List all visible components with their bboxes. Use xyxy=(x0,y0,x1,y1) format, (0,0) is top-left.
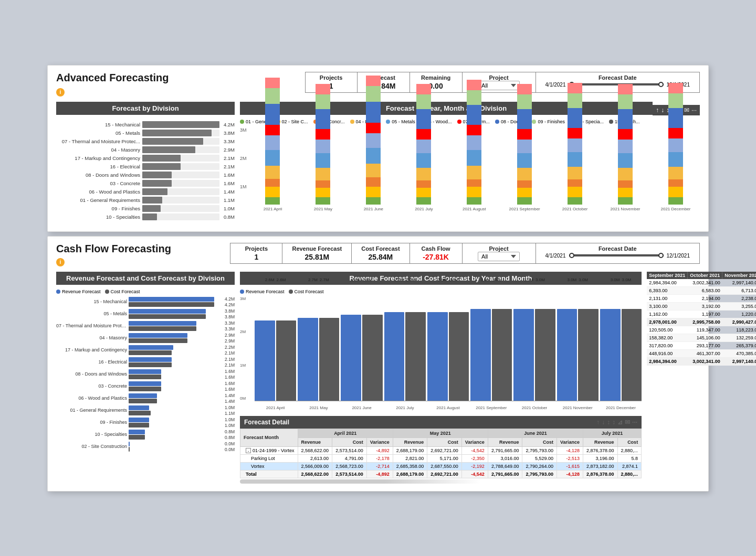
stacked-segment xyxy=(618,84,633,94)
cost-top-label: 2.6M xyxy=(277,277,286,282)
right-table-cell: 145,106.00 xyxy=(688,334,722,341)
bottom-slider-right[interactable] xyxy=(658,253,664,258)
dual-bar-label: 17 - Markup and Contingency xyxy=(56,347,127,352)
dual-bar-label: 09 - Finishes xyxy=(56,420,127,425)
dual-bar-panel: Revenue Forecast and Cost Forecast by Di… xyxy=(56,272,235,484)
dual-bars xyxy=(129,297,214,307)
dual-bar-values: 2.9M 2.9M xyxy=(216,333,235,344)
dual-bars xyxy=(129,357,214,367)
revenue-bar xyxy=(129,333,187,338)
bottom-project-select[interactable]: All xyxy=(478,252,520,261)
bottom-date-end: 12/1/2021 xyxy=(667,253,690,259)
rev-val: 2.9M xyxy=(216,333,235,338)
detail-cell: 2,795,793.00 xyxy=(522,470,557,478)
detail-filter-icon[interactable]: ⊿ xyxy=(617,419,623,426)
legend-label: 09 - Finishes xyxy=(538,119,565,124)
detail-cell: -4,542 xyxy=(461,470,488,478)
division-bar-row: 05 - Metals 3.8M xyxy=(56,130,235,136)
detail-more-icon[interactable]: ··· xyxy=(632,419,637,426)
kpi-projects-label: Projects xyxy=(315,74,348,81)
right-th: September 2021 xyxy=(647,272,688,279)
bottom-slider-left[interactable] xyxy=(569,253,574,258)
detail-sort-down-icon[interactable]: ↓ xyxy=(602,419,605,426)
bar-outer xyxy=(142,180,219,187)
detail-cell: 2,613.00 xyxy=(298,454,332,462)
stacked-segment xyxy=(517,168,532,180)
right-table-cell: 2,995,758.00 xyxy=(688,318,722,326)
cost-val: 3.3M xyxy=(216,326,235,332)
grouped-rev-bar xyxy=(255,320,275,401)
stacked-segment xyxy=(366,164,381,177)
detail-cell: 5,171.00 xyxy=(427,454,462,462)
stacked-segment xyxy=(668,128,683,138)
grouped-cost-bar xyxy=(319,318,340,401)
bar-fill xyxy=(142,155,181,162)
cost-top-label: 2.9M xyxy=(449,277,459,282)
dual-bar-values: 0.8M 0.8M xyxy=(216,429,235,440)
stacked-segment xyxy=(316,109,330,129)
grouped-x-label: 2021 September xyxy=(476,405,507,410)
detail-sort-icon[interactable]: ↕ xyxy=(607,419,610,426)
grouped-cost-bar xyxy=(449,312,469,401)
stacked-col-label: 2021 April xyxy=(264,207,282,211)
stacked-col-label: 2021 November xyxy=(611,207,640,211)
table-scroll-hint[interactable] xyxy=(240,479,481,484)
grouped-x-label: 2021 May xyxy=(309,405,328,410)
stacked-segment xyxy=(265,197,280,205)
detail-cell: 2,880,... xyxy=(617,470,642,478)
forecast-date-label: Forecast Date xyxy=(545,74,690,81)
stacked-segment xyxy=(416,140,431,153)
more-icon[interactable]: ··· xyxy=(691,106,697,114)
kpi-forecast: Forecast 25.84M xyxy=(358,72,410,93)
slider-thumb-right[interactable] xyxy=(658,82,664,87)
sort-up-icon[interactable]: ↑ xyxy=(656,106,659,114)
dual-bar-values: 1.0M 1.0M xyxy=(216,417,235,428)
bar-fill xyxy=(142,163,181,170)
y-axis-labels: 3M 2M 1M xyxy=(240,127,247,222)
bar-fill xyxy=(142,205,161,212)
detail-cell: 2,688,179.00 xyxy=(393,470,427,478)
cost-top-label: 3.0M xyxy=(536,277,545,282)
bottom-kpi-projects-value: 1 xyxy=(240,253,272,261)
stacked-segment xyxy=(568,93,582,108)
detail-export-icon[interactable]: ✉ xyxy=(625,419,630,426)
grouped-x-label: 2021 April xyxy=(266,405,285,410)
stacked-segment xyxy=(416,94,431,109)
dual-bar-label: 15 - Mechanical xyxy=(56,299,127,304)
detail-sub-june-rev: Revenue xyxy=(488,437,522,446)
date-range-slider[interactable] xyxy=(569,83,664,85)
detail-sub-april-var: Variance xyxy=(366,437,393,446)
stacked-segment xyxy=(517,129,532,140)
detail-table-scroll[interactable]: Forecast Month April 2021 May 2021 June … xyxy=(240,429,642,484)
legend-item: 09 - Finishes xyxy=(532,119,565,124)
detail-sort-up-icon[interactable]: ↑ xyxy=(596,419,600,426)
grouped-y-3m: 3M xyxy=(240,296,246,301)
detail-cell: 5,529.00 xyxy=(522,454,557,462)
rev-top-label: 2.7M xyxy=(308,277,318,282)
bar-value: 2.9M xyxy=(224,147,235,153)
bar-label: 09 - Finishes xyxy=(56,206,140,211)
stacked-col: 2021 April xyxy=(249,127,297,211)
stacked-segment xyxy=(366,102,381,123)
bar-fill xyxy=(142,197,162,204)
expand-icon[interactable]: - xyxy=(246,448,251,453)
y-label-3m: 3M xyxy=(240,127,247,133)
export-icon[interactable]: ✉ xyxy=(684,106,689,114)
cost-top-label: 2.7M xyxy=(320,277,329,282)
cost-bar xyxy=(129,302,214,307)
detail-cell: 2,876,378.00 xyxy=(583,446,618,454)
grouped-col: 3.0M 3.0M 2021 October xyxy=(513,296,555,401)
bar-outer xyxy=(142,163,219,170)
stacked-segment xyxy=(618,94,633,109)
right-table-cell: 3,100.00 xyxy=(647,302,688,310)
detail-cell: 2,685,358.00 xyxy=(393,462,427,470)
bottom-date-start: 4/1/2021 xyxy=(545,253,566,259)
sort-down-icon[interactable]: ↓ xyxy=(661,106,664,114)
detail-sort-icon2[interactable]: ↕ xyxy=(612,419,615,426)
project-select[interactable]: All xyxy=(478,81,520,90)
detail-th-june: June 2021 xyxy=(488,429,583,437)
dual-bar-label: 04 - Masonry xyxy=(56,335,127,340)
bottom-date-slider[interactable] xyxy=(569,254,664,256)
stacked-segment xyxy=(668,152,683,167)
right-table-cell: 1,162.00 xyxy=(647,310,688,318)
